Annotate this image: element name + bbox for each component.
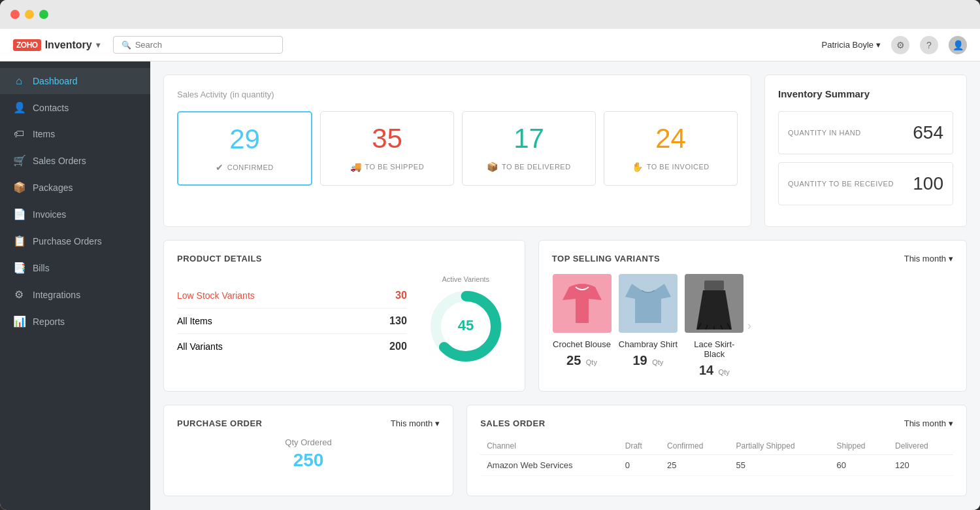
sidebar-item-label: Contacts: [33, 103, 69, 113]
search-input[interactable]: [135, 40, 274, 50]
sales-order-panel: SALES ORDER This month ▾ Channel Draft: [466, 405, 967, 496]
to-be-invoiced-card[interactable]: 24 ✋ TO BE INVOICED: [604, 111, 738, 186]
shirt-qty-row: 19 Qty: [618, 353, 678, 368]
activity-cards: 29 ✔ CONFIRMED 35 🚚 TO BE SHI: [177, 111, 738, 186]
skirt-qty-label: Qty: [719, 368, 730, 376]
blouse-qty: 25: [566, 353, 581, 367]
top-selling-panel: TOP SELLING VARIANTS This month ▾: [538, 240, 967, 392]
to-be-delivered-card[interactable]: 17 📦 TO BE DELIVERED: [462, 111, 596, 186]
reports-icon: 📊: [13, 315, 25, 328]
low-stock-value: 30: [395, 290, 407, 301]
skirt-qty-row: 14 Qty: [685, 363, 744, 378]
titlebar: [0, 0, 980, 29]
minimize-button[interactable]: [25, 10, 34, 19]
qty-to-receive-label: QUANTITY TO BE RECEIVED: [788, 180, 894, 188]
close-button[interactable]: [10, 10, 20, 19]
inventory-label: Inventory: [45, 39, 92, 51]
to-be-shipped-card[interactable]: 35 🚚 TO BE SHIPPED: [320, 111, 454, 186]
top-selling-item-blouse[interactable]: Crochet Blouse 25 Qty: [552, 274, 612, 378]
delivered-value: 17: [472, 124, 585, 154]
confirmed-icon: ✔: [216, 162, 224, 173]
sidebar-item-label: Invoices: [33, 209, 66, 220]
bills-icon: 📑: [13, 262, 25, 274]
sidebar-item-dashboard[interactable]: ⌂ Dashboard: [0, 68, 150, 94]
sidebar-item-label: Packages: [33, 182, 73, 193]
skirt-name: Lace Skirt-Black: [685, 339, 744, 359]
po-qty-label: Qty Ordered: [177, 437, 440, 447]
quantity-to-receive-row: QUANTITY TO BE RECEIVED 100: [778, 162, 953, 205]
sales-activity-title: Sales Activity (in quantity): [177, 88, 738, 99]
all-items-value: 130: [389, 315, 407, 327]
all-variants-row[interactable]: All Variants 200: [177, 334, 407, 359]
purchase-order-filter[interactable]: This month ▾: [391, 418, 440, 428]
zoho-logo: ZOHO: [13, 39, 41, 51]
shipped-value: 35: [331, 124, 444, 154]
po-qty-value: 250: [177, 450, 440, 471]
purchase-orders-icon: 📋: [13, 235, 25, 247]
purchase-order-header: PURCHASE ORDER This month ▾: [177, 418, 440, 428]
sidebar-item-label: Items: [33, 129, 55, 139]
top-selling-item-shirt[interactable]: Chambray Shirt 19 Qty: [618, 274, 678, 378]
all-items-label: All Items: [177, 316, 212, 326]
low-stock-row[interactable]: Low Stock Variants 30: [177, 283, 407, 309]
delivered-label: 📦 TO BE DELIVERED: [472, 162, 585, 172]
donut-svg: 45: [427, 287, 505, 366]
logo[interactable]: ZOHO Inventory ▾: [13, 39, 100, 51]
sidebar-item-packages[interactable]: 📦 Packages: [0, 174, 150, 201]
top-selling-item-skirt[interactable]: Lace Skirt-Black 14 Qty: [685, 274, 744, 378]
search-container: 🔍: [113, 36, 283, 54]
skirt-svg: [685, 274, 743, 333]
row-partially-shipped: 55: [730, 455, 830, 476]
blouse-qty-label: Qty: [586, 358, 597, 366]
sidebar-item-bills[interactable]: 📑 Bills: [0, 254, 150, 281]
product-stats: Low Stock Variants 30 All Items 130 All …: [177, 283, 407, 359]
avatar[interactable]: 👤: [949, 36, 967, 54]
row-delivered: 120: [889, 455, 953, 476]
confirmed-card[interactable]: 29 ✔ CONFIRMED: [177, 111, 312, 186]
filter-arrow-icon: ▾: [949, 254, 953, 264]
col-delivered: Delivered: [889, 437, 953, 455]
quantity-in-hand-row: QUANTITY IN HAND 654: [778, 111, 953, 154]
help-button[interactable]: ?: [920, 36, 938, 54]
sidebar-item-contacts[interactable]: 👤 Contacts: [0, 94, 150, 121]
sidebar-item-label: Sales Orders: [33, 156, 86, 166]
shirt-qty: 19: [633, 353, 647, 367]
inventory-summary-title: Inventory Summary: [778, 88, 953, 99]
sidebar-item-items[interactable]: 🏷 Items: [0, 121, 150, 147]
logo-arrow-icon: ▾: [96, 41, 100, 50]
sidebar-item-reports[interactable]: 📊 Reports: [0, 308, 150, 335]
all-items-row[interactable]: All Items 130: [177, 309, 407, 334]
traffic-lights: [10, 10, 48, 19]
sales-order-table: Channel Draft Confirmed Partially Shippe…: [480, 437, 953, 476]
sales-order-filter[interactable]: This month ▾: [904, 418, 953, 428]
product-details-title: PRODUCT DETAILS: [177, 254, 512, 264]
row-shipped: 60: [830, 455, 889, 476]
svg-text:45: 45: [458, 317, 474, 333]
dashboard-top: Sales Activity (in quantity) 29 ✔ CONFIR…: [163, 75, 967, 227]
qty-in-hand-value: 654: [913, 122, 943, 143]
integrations-icon: ⚙: [13, 288, 25, 301]
row-draft: 0: [619, 455, 661, 476]
confirmed-label: ✔ CONFIRMED: [188, 162, 301, 173]
sales-order-title: SALES ORDER: [480, 418, 545, 428]
top-selling-filter[interactable]: This month ▾: [904, 254, 953, 264]
top-selling-next-button[interactable]: ›: [744, 319, 755, 333]
sidebar-item-integrations[interactable]: ⚙ Integrations: [0, 281, 150, 308]
contacts-icon: 👤: [13, 101, 25, 114]
sidebar-item-invoices[interactable]: 📄 Invoices: [0, 201, 150, 228]
app-layout: ZOHO Inventory ▾ 🔍 Patricia Boyle ▾ ⚙ ? …: [0, 29, 980, 510]
maximize-button[interactable]: [39, 10, 48, 19]
sidebar-item-sales-orders[interactable]: 🛒 Sales Orders: [0, 147, 150, 174]
shirt-svg: [619, 274, 678, 333]
main-layout: ⌂ Dashboard 👤 Contacts 🏷 Items 🛒 Sales O…: [0, 61, 980, 510]
blouse-qty-row: 25 Qty: [552, 353, 612, 368]
sales-order-header: SALES ORDER This month ▾: [480, 418, 953, 428]
user-name[interactable]: Patricia Boyle ▾: [822, 40, 881, 50]
so-filter-arrow-icon: ▾: [949, 418, 953, 428]
donut-wrap: 45: [420, 287, 512, 368]
settings-button[interactable]: ⚙: [891, 36, 909, 54]
sidebar-item-purchase-orders[interactable]: 📋 Purchase Orders: [0, 228, 150, 254]
col-draft: Draft: [619, 437, 661, 455]
blouse-svg: [553, 274, 612, 333]
topbar: ZOHO Inventory ▾ 🔍 Patricia Boyle ▾ ⚙ ? …: [0, 29, 980, 61]
